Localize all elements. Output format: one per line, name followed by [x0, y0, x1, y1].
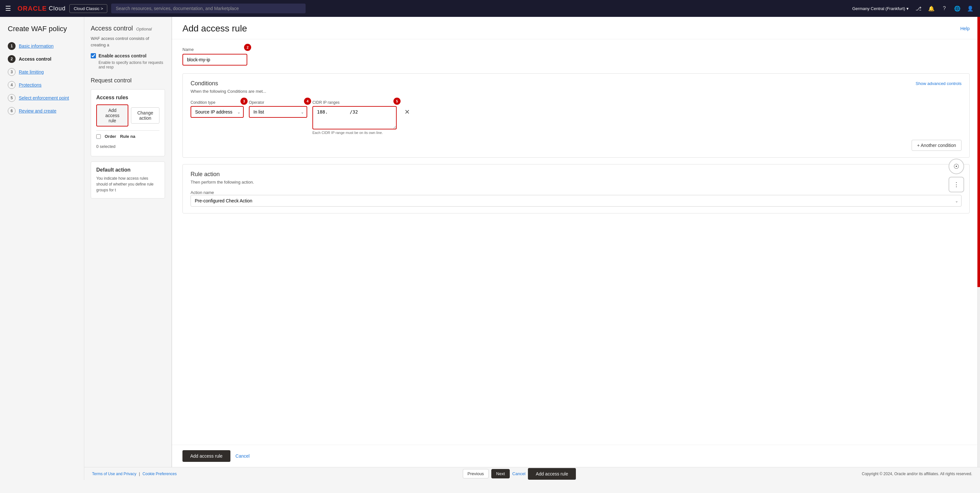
- step-label-access-control: Access control: [19, 56, 51, 62]
- conditions-subtitle: When the following Conditions are met...: [191, 89, 961, 94]
- bottom-left: Terms of Use and Privacy | Cookie Prefer…: [92, 472, 177, 476]
- cidr-textarea[interactable]: 188. /32: [312, 106, 397, 129]
- oracle-text: ORACLE: [18, 5, 47, 12]
- another-condition-button[interactable]: + Another condition: [912, 140, 961, 151]
- modal-body: Name 2 Conditions Show advanced controls…: [172, 39, 980, 445]
- sidebar-item-basic-information[interactable]: 1 Basic information: [0, 40, 84, 53]
- hamburger-menu-icon[interactable]: ☰: [5, 5, 11, 12]
- conditions-section: Conditions Show advanced controls When t…: [183, 73, 970, 158]
- cookie-link[interactable]: Cookie Preferences: [143, 472, 177, 476]
- sidebar-item-protections[interactable]: 4 Protections: [0, 78, 84, 91]
- search-input[interactable]: [111, 3, 305, 13]
- action-name-select[interactable]: Pre-configured Check Action: [191, 195, 961, 207]
- cloud-text: Cloud: [49, 5, 65, 12]
- request-control-title: Request control: [91, 77, 165, 84]
- cloud-classic-button[interactable]: Cloud Classic >: [69, 4, 107, 13]
- show-advanced-link[interactable]: Show advanced controls: [915, 81, 961, 86]
- region-name: Germany Central (Frankfurt): [852, 6, 905, 11]
- help-circle-icon[interactable]: ☉: [948, 159, 964, 174]
- step-num-1: 1: [8, 42, 16, 50]
- condition-type-select-wrapper: Source IP address: [191, 106, 244, 118]
- remove-condition-button[interactable]: ✕: [402, 107, 412, 117]
- modal-cancel-link[interactable]: Cancel: [235, 453, 250, 459]
- modal-title: Add access rule: [183, 23, 247, 34]
- divider: |: [139, 472, 140, 476]
- region-selector[interactable]: Germany Central (Frankfurt) ▾: [852, 6, 909, 11]
- enable-access-control-label: Enable access control: [99, 53, 146, 58]
- bell-icon[interactable]: 🔔: [927, 4, 936, 13]
- oracle-logo: ORACLE Cloud: [18, 5, 65, 12]
- sidebar-item-review-and-create[interactable]: 6 Review and create: [0, 104, 84, 117]
- add-access-rule-button[interactable]: Add access rule: [96, 104, 128, 126]
- cancel-button[interactable]: Cancel: [512, 471, 525, 476]
- modal-add-rule-button[interactable]: Add access rule: [183, 450, 231, 462]
- terms-link[interactable]: Terms of Use and Privacy: [92, 472, 137, 476]
- step-label-protections[interactable]: Protections: [19, 82, 41, 88]
- step-label-rate-limiting[interactable]: Rate limiting: [19, 69, 44, 75]
- steps-list: 1 Basic information 2 Access control 3 R…: [0, 40, 84, 117]
- step-label-basic-information[interactable]: Basic information: [19, 43, 54, 49]
- access-rules-buttons: Add access rule Change action: [96, 104, 159, 126]
- enable-access-control-checkbox[interactable]: [91, 53, 96, 58]
- change-action-button[interactable]: Change action: [131, 107, 159, 124]
- step-num-3: 3: [8, 68, 16, 76]
- sidebar-item-select-enforcement-point[interactable]: 5 Select enforcement point: [0, 91, 84, 104]
- default-action-title: Default action: [96, 167, 159, 173]
- copyright-text: Copyright © 2024, Oracle and/or its affi…: [862, 472, 972, 476]
- step-num-5: 5: [8, 94, 16, 102]
- conditions-header: Conditions Show advanced controls: [191, 80, 961, 87]
- nav-right: Germany Central (Frankfurt) ▾ ⎇ 🔔 ? 🌐 👤: [852, 4, 975, 13]
- main-layout: Create WAF policy 1 Basic information 2 …: [0, 17, 980, 480]
- badge-2: 2: [244, 44, 251, 51]
- enable-access-control-sublabel: Enable to specify actions for requests a…: [99, 60, 165, 69]
- step-num-6: 6: [8, 107, 16, 115]
- help-icon[interactable]: ?: [940, 4, 949, 13]
- step-num-4: 4: [8, 81, 16, 89]
- terminal-icon[interactable]: ⎇: [914, 4, 923, 13]
- globe-icon[interactable]: 🌐: [953, 4, 962, 13]
- access-rules-box: Access rules Add access rule Change acti…: [91, 89, 165, 156]
- order-column-header: Order: [105, 134, 116, 139]
- selected-count: 0 selected: [96, 142, 159, 151]
- rule-action-section: Rule action Then perform the following a…: [183, 164, 970, 214]
- default-action-desc: You indicate how access rules should of …: [96, 176, 159, 193]
- rule-name-column-header: Rule na: [120, 134, 135, 139]
- help-link[interactable]: Help: [960, 26, 970, 31]
- badge-4: 4: [304, 97, 311, 105]
- previous-button[interactable]: Previous: [463, 469, 489, 479]
- operator-label: Operator: [249, 100, 307, 105]
- cidr-field: CIDR IP ranges 5 188. /32 Each CIDR IP r…: [312, 100, 397, 135]
- sidebar-item-access-control[interactable]: 2 Access control: [0, 53, 84, 65]
- optional-badge: Optional: [136, 27, 152, 32]
- step-label-select-enforcement-point[interactable]: Select enforcement point: [19, 95, 69, 101]
- scroll-indicator: [977, 17, 980, 467]
- conditions-title: Conditions: [191, 80, 218, 87]
- rule-name-input[interactable]: [183, 54, 247, 65]
- page-title: Create WAF policy: [0, 25, 84, 40]
- condition-type-select[interactable]: Source IP address: [191, 106, 244, 118]
- sidebar-item-rate-limiting[interactable]: 3 Rate limiting: [0, 65, 84, 78]
- content-area: Access control Optional WAF access contr…: [84, 17, 980, 480]
- action-name-label: Action name: [191, 190, 214, 195]
- left-panel: Access control Optional WAF access contr…: [84, 17, 172, 467]
- rule-action-title: Rule action: [191, 171, 961, 178]
- badge-3: 3: [240, 97, 248, 105]
- modal-panel: Add access rule Help Name 2 Conditions: [172, 17, 980, 467]
- operator-select[interactable]: In list: [249, 106, 307, 118]
- sidebar: Create WAF policy 1 Basic information 2 …: [0, 17, 84, 480]
- user-icon[interactable]: 👤: [966, 4, 975, 13]
- operator-field: Operator 4 In list: [249, 100, 307, 118]
- badge-5: 5: [393, 97, 401, 105]
- bottom-add-rule-button[interactable]: Add access rule: [528, 468, 576, 480]
- name-label: Name: [183, 47, 247, 52]
- top-navigation: ☰ ORACLE Cloud Cloud Classic > Germany C…: [0, 0, 980, 17]
- condition-type-label: Condition type: [191, 100, 244, 105]
- region-chevron-icon: ▾: [907, 6, 909, 11]
- grid-icon[interactable]: ⋮: [948, 177, 964, 192]
- select-all-checkbox[interactable]: [96, 134, 101, 139]
- next-button[interactable]: Next: [491, 469, 510, 479]
- bottom-navigation: Previous Next Cancel Add access rule: [463, 468, 576, 480]
- access-control-desc: WAF access control consists of creating …: [91, 35, 165, 48]
- step-label-review-and-create[interactable]: Review and create: [19, 108, 56, 113]
- access-control-header: Access control Optional: [91, 25, 165, 32]
